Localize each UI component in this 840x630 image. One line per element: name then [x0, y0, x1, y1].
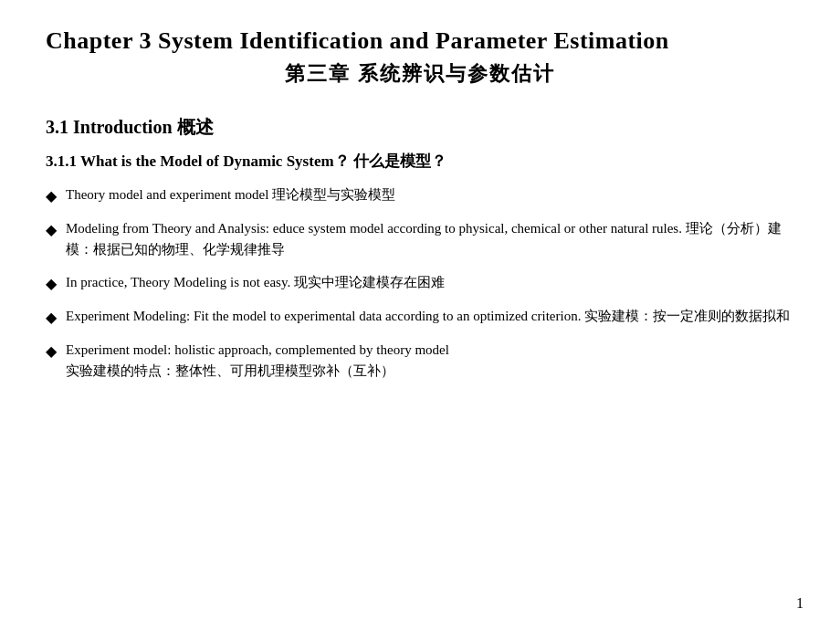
- bullet-diamond-icon: ◆: [46, 219, 57, 241]
- bullet-item: ◆In practice, Theory Modeling is not eas…: [46, 272, 794, 295]
- bullet-diamond-icon: ◆: [46, 307, 57, 329]
- bullet-diamond-icon: ◆: [46, 273, 57, 295]
- chinese-title: 第三章 系统辨识与参数估计: [46, 60, 794, 88]
- bullet-item: ◆Experiment model: holistic approach, co…: [46, 340, 794, 383]
- bullet-list: ◆Theory model and experiment model 理论模型与…: [46, 184, 794, 382]
- section-title: 3.1 Introduction 概述: [46, 115, 794, 140]
- page-number: 1: [796, 595, 803, 612]
- bullet-text: In practice, Theory Modeling is not easy…: [66, 272, 794, 293]
- main-title: Chapter 3 System Identification and Para…: [46, 27, 794, 55]
- page-container: Chapter 3 System Identification and Para…: [0, 0, 840, 630]
- subsection-title: 3.1.1 What is the Model of Dynamic Syste…: [46, 151, 794, 172]
- bullet-text: Theory model and experiment model 理论模型与实…: [66, 184, 794, 205]
- bullet-diamond-icon: ◆: [46, 185, 57, 207]
- bullet-text: Experiment Modeling: Fit the model to ex…: [66, 306, 794, 327]
- bullet-item: ◆Experiment Modeling: Fit the model to e…: [46, 306, 794, 329]
- bullet-item: ◆Theory model and experiment model 理论模型与…: [46, 184, 794, 207]
- bullet-text: Modeling from Theory and Analysis: educe…: [66, 218, 794, 261]
- bullet-diamond-icon: ◆: [46, 341, 57, 362]
- bullet-text: Experiment model: holistic approach, com…: [66, 340, 794, 383]
- bullet-item: ◆Modeling from Theory and Analysis: educ…: [46, 218, 794, 261]
